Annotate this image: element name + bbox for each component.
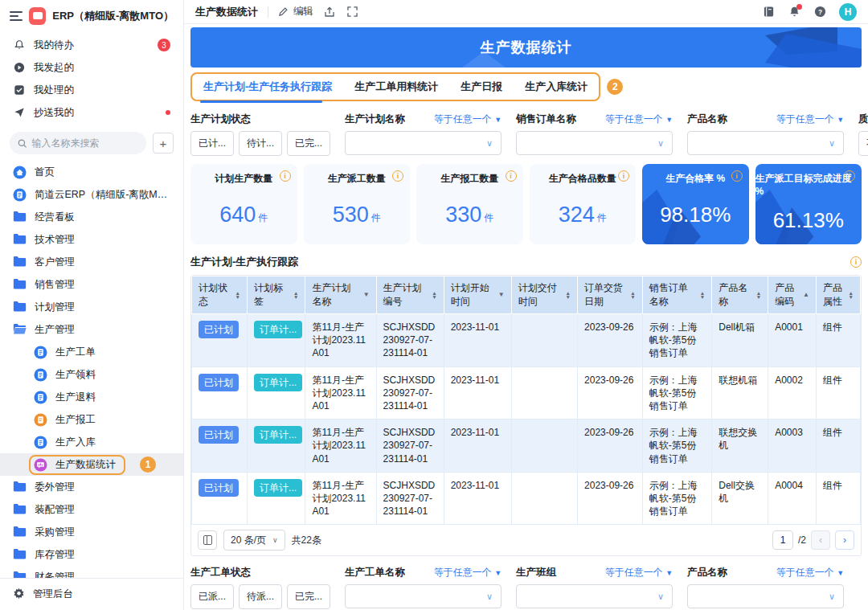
sidebar-quick-item[interactable]: 抄送我的 <box>0 101 183 124</box>
folder-icon <box>13 571 27 579</box>
filter-operator-link[interactable]: 等于任意一个 ▼ <box>776 113 844 126</box>
info-icon[interactable]: i <box>392 170 403 182</box>
status-filter-button[interactable]: 待计... <box>239 131 282 156</box>
journal-icon[interactable] <box>762 6 775 18</box>
page-size-select[interactable]: 20 条/页∨ <box>223 530 285 551</box>
sidebar-item-生产管理[interactable]: 生产管理 <box>0 318 183 341</box>
tab-生产计划-生产任务执行跟踪[interactable]: 生产计划-生产任务执行跟踪 <box>203 80 332 94</box>
filter-operator-link[interactable]: 等于任意一个 ▼ <box>434 113 502 126</box>
sidebar-quick-item[interactable]: 我处理的 <box>0 79 183 101</box>
sort-icon[interactable]: ▲▼ <box>235 291 240 299</box>
sidebar-item-装配管理[interactable]: 装配管理 <box>0 498 183 521</box>
filter-select[interactable]: ∨ <box>687 131 844 155</box>
sidebar-item-生产报工[interactable]: 生产报工 <box>0 408 183 431</box>
column-header-产品名称[interactable]: 产品名称▲▼ <box>712 276 768 314</box>
help-icon[interactable]: ? <box>813 6 826 18</box>
stat-card: 计划生产数量i640件 <box>190 164 297 244</box>
quality-filter-button[interactable]: 不良品 <box>858 131 868 156</box>
info-icon[interactable]: i <box>280 170 291 182</box>
filter-operator-link[interactable]: 等于任意一个 ▼ <box>605 113 673 126</box>
sidebar-item-生产数据统计[interactable]: 生产数据统计1 <box>0 453 183 476</box>
search-input[interactable] <box>31 137 138 149</box>
sidebar-item-生产退料[interactable]: 生产退料 <box>0 386 183 408</box>
sort-desc-icon[interactable]: ▼ <box>363 292 370 298</box>
sidebar-item-库存管理[interactable]: 库存管理 <box>0 543 183 566</box>
column-header-生产计划名称[interactable]: 生产计划名称▼ <box>305 276 376 314</box>
info-icon[interactable]: i <box>618 170 629 182</box>
status-filter-button[interactable]: 待派... <box>239 584 282 609</box>
sidebar-item-首页[interactable]: 首页 <box>0 161 183 183</box>
sidebar-quick-item[interactable]: 我的待办3 <box>0 34 183 56</box>
tab-生产日报[interactable]: 生产日报 <box>461 80 502 94</box>
sort-icon[interactable]: ▲▼ <box>849 291 854 299</box>
fullscreen-icon[interactable] <box>346 6 358 18</box>
sidebar-item-生产入库[interactable]: 生产入库 <box>0 431 183 453</box>
prev-page-button[interactable]: ‹ <box>811 530 830 550</box>
info-icon[interactable]: i <box>506 170 517 182</box>
table-row[interactable]: 已计划订单计...第11月-生产计划2023.11A01SCJHXSDD2309… <box>192 472 861 525</box>
column-header-销售订单名称[interactable]: 销售订单名称▲▼ <box>642 276 712 314</box>
table-row[interactable]: 已计划订单计...第11月-生产计划2023.11A01SCJHXSDD2309… <box>192 314 861 367</box>
column-header-产品编码[interactable]: 产品编码▲ <box>768 276 817 314</box>
column-settings-button[interactable] <box>198 530 217 550</box>
sort-icon[interactable]: ▲▼ <box>700 291 705 299</box>
next-page-button[interactable]: › <box>835 530 854 550</box>
sort-icon[interactable]: ▲▼ <box>756 291 761 299</box>
sidebar-item-生产领料[interactable]: 生产领料 <box>0 363 183 386</box>
column-header-产品属性[interactable]: 产品属性▲▼ <box>817 276 861 314</box>
user-avatar[interactable]: H <box>839 3 857 21</box>
column-header-计划开始时间[interactable]: 计划开始时间▼ <box>444 276 511 314</box>
column-header-生产计划编号[interactable]: 生产计划编号▲▼ <box>376 276 444 314</box>
filter-select[interactable]: ∨ <box>345 584 502 608</box>
status-filter-button[interactable]: 已计... <box>190 131 234 156</box>
status-filter-button[interactable]: 已派... <box>190 584 234 609</box>
filter-select[interactable]: ∨ <box>516 131 673 155</box>
sidebar-quick-item[interactable]: 我发起的 <box>0 56 183 79</box>
info-icon[interactable]: i <box>850 256 862 268</box>
filter-select[interactable]: ∨ <box>516 584 673 608</box>
filter-operator-link[interactable]: 等于任意一个 ▼ <box>605 566 673 579</box>
sidebar-item-生产工单[interactable]: 生产工单 <box>0 341 183 363</box>
status-filter-button[interactable]: 已完... <box>287 131 330 156</box>
admin-console-item[interactable]: 管理后台 <box>0 578 183 610</box>
search-box[interactable] <box>10 132 146 154</box>
sort-icon[interactable]: ▲▼ <box>630 291 635 299</box>
edit-button[interactable]: 编辑 <box>278 5 313 18</box>
filter-operator-link[interactable]: 等于任意一个 ▼ <box>434 566 502 579</box>
table-row[interactable]: 已计划订单计...第11月-生产计划2023.11A01SCJHXSDD2309… <box>192 420 861 473</box>
status-filter-button[interactable]: 已完... <box>287 584 330 609</box>
sidebar-item-客户管理[interactable]: 客户管理 <box>0 251 183 273</box>
quick-item-label: 抄送我的 <box>34 106 74 120</box>
sidebar-item-技术管理[interactable]: 技术管理 <box>0 228 183 251</box>
collapse-sidebar-icon[interactable] <box>10 11 23 21</box>
info-icon[interactable]: i <box>731 170 743 182</box>
sidebar-item-采购管理[interactable]: 采购管理 <box>0 521 183 543</box>
column-header-订单交货日期[interactable]: 订单交货日期▲▼ <box>578 276 643 314</box>
tab-生产入库统计[interactable]: 生产入库统计 <box>525 80 588 94</box>
column-header-计划状态[interactable]: 计划状态▲▼ <box>192 276 248 314</box>
column-header-计划交付时间[interactable]: 计划交付时间▲▼ <box>511 276 577 314</box>
filter-operator-link[interactable]: 等于任意一个 ▼ <box>776 566 844 579</box>
add-app-button[interactable]: + <box>153 133 174 154</box>
sidebar-item-委外管理[interactable]: 委外管理 <box>0 476 183 498</box>
sort-desc-icon[interactable]: ▼ <box>498 292 505 298</box>
filter-select[interactable]: ∨ <box>687 584 844 608</box>
notifications-bell-icon[interactable] <box>788 6 800 18</box>
sidebar-item-简道云ERP（精细版-离散MTO）「...[interactable]: 简道云ERP（精细版-离散MTO）「... <box>0 183 183 206</box>
sidebar-item-财务管理[interactable]: 财务管理 <box>0 566 183 578</box>
sidebar-item-销售管理[interactable]: 销售管理 <box>0 273 183 296</box>
filter-label: 生产计划状态 <box>190 113 251 126</box>
sort-icon[interactable]: ▲▼ <box>432 291 436 299</box>
sort-asc-icon[interactable]: ▲ <box>803 292 809 298</box>
sort-icon[interactable]: ▲▼ <box>293 291 298 299</box>
column-header-计划标签[interactable]: 计划标签▲▼ <box>248 276 305 314</box>
sort-icon[interactable]: ▲▼ <box>566 291 571 299</box>
sidebar-item-经营看板[interactable]: 经营看板 <box>0 206 183 228</box>
tab-生产工单用料统计[interactable]: 生产工单用料统计 <box>354 80 438 94</box>
table-row[interactable]: 已计划订单计...第11月-生产计划2023.11A01SCJHXSDD2309… <box>192 366 861 420</box>
sidebar-item-计划管理[interactable]: 计划管理 <box>0 296 183 318</box>
page-input[interactable]: 1 <box>772 530 793 550</box>
filter-select[interactable]: ∨ <box>345 131 502 155</box>
status-badge: 已计划 <box>199 426 239 444</box>
share-icon[interactable] <box>323 6 336 18</box>
